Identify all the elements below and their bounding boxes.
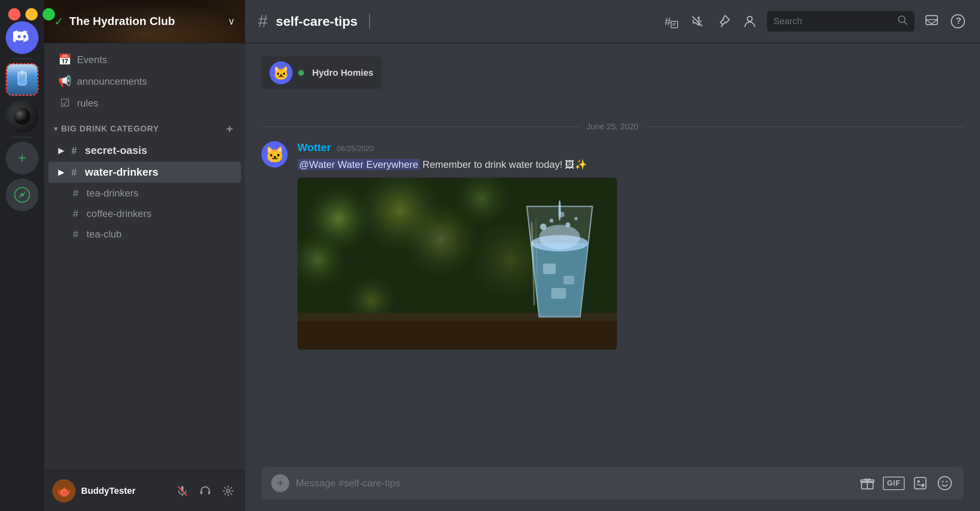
- chat-area: 🐱 Hydro Homies June 25, 2020 🐱 Wotter: [245, 43, 980, 459]
- hash-icon: #: [71, 145, 77, 156]
- maximize-button[interactable]: [43, 8, 55, 20]
- message-username[interactable]: Wotter: [297, 141, 331, 154]
- server-header[interactable]: ✓ The Hydration Club ∨: [44, 0, 245, 43]
- svg-text:?: ?: [956, 16, 961, 26]
- message-input-field[interactable]: [296, 477, 852, 489]
- main-content: # self-care-tips # #: [245, 0, 980, 511]
- channel-expand-arrow: ▶: [58, 146, 64, 155]
- svg-point-5: [14, 108, 30, 124]
- svg-rect-48: [543, 264, 556, 274]
- svg-rect-54: [914, 477, 926, 489]
- server-icon-hydration-club[interactable]: [6, 63, 39, 96]
- channel-label-announcements: announcements: [77, 76, 147, 87]
- svg-point-21: [747, 16, 752, 21]
- category-label: BIG DRINK CATEGORY: [61, 124, 159, 133]
- svg-rect-1: [18, 79, 26, 85]
- svg-point-44: [549, 219, 554, 223]
- add-server-button[interactable]: +: [6, 142, 39, 174]
- channel-title: self-care-tips: [276, 14, 357, 29]
- svg-point-57: [942, 481, 944, 482]
- server-divider-2: [12, 137, 32, 138]
- topic-avatar: 🐱: [270, 61, 293, 84]
- help-icon[interactable]: ?: [949, 12, 967, 30]
- server-icon-dark-sphere[interactable]: [6, 100, 39, 133]
- search-placeholder: Search: [774, 16, 893, 27]
- svg-point-58: [946, 481, 948, 482]
- mention-tag[interactable]: @Water Water Everywhere: [297, 159, 420, 170]
- gif-button[interactable]: GIF: [883, 477, 905, 490]
- channel-item-secret-oasis[interactable]: ▶ # secret-oasis: [48, 140, 241, 161]
- threads-icon[interactable]: # #: [662, 12, 680, 30]
- user-controls: [174, 482, 237, 500]
- hash-icon-4: #: [73, 208, 78, 219]
- svg-rect-13: [200, 491, 202, 494]
- svg-text:#: #: [665, 15, 671, 28]
- search-bar[interactable]: Search: [767, 11, 914, 32]
- svg-text:🐱: 🐱: [273, 66, 289, 81]
- message-text: @Water Water Everywhere Remember to drin…: [297, 157, 964, 172]
- gift-button[interactable]: [858, 474, 876, 492]
- message-timestamp: 06/25/2020: [337, 145, 374, 153]
- online-status-dot: [298, 70, 304, 76]
- members-icon[interactable]: [741, 12, 759, 30]
- channel-label-water-drinkers: water-drinkers: [85, 166, 158, 179]
- message-header: Wotter 06/25/2020: [297, 141, 964, 154]
- svg-point-7: [20, 193, 24, 197]
- inbox-icon[interactable]: [923, 12, 941, 30]
- svg-rect-50: [551, 288, 566, 298]
- category-collapse-icon: ▾: [54, 125, 58, 133]
- message-input-area: + GIF: [245, 459, 980, 511]
- message-image: [297, 178, 617, 350]
- close-button[interactable]: [8, 8, 20, 20]
- message-content: Wotter 06/25/2020 @Water Water Everywher…: [297, 141, 964, 350]
- channel-hash-icon: #: [258, 11, 268, 31]
- message-avatar[interactable]: 🐱: [261, 141, 288, 167]
- pin-icon[interactable]: [715, 12, 733, 30]
- channel-sidebar: ✓ The Hydration Club ∨ 📅 Events 📢 announ…: [44, 0, 245, 511]
- hash-icon-5: #: [73, 228, 78, 240]
- channel-item-rules[interactable]: ☑ rules: [48, 93, 241, 113]
- svg-point-46: [574, 217, 578, 220]
- svg-point-45: [565, 222, 570, 227]
- settings-button[interactable]: [220, 482, 237, 500]
- category-add-button[interactable]: ＋: [224, 122, 235, 136]
- events-icon: 📅: [58, 53, 71, 66]
- emoji-button[interactable]: [936, 474, 954, 492]
- channel-label-events: Events: [77, 54, 107, 66]
- channel-item-tea-club[interactable]: # tea-club: [48, 224, 241, 244]
- announcements-icon: 📢: [58, 75, 71, 88]
- mute-channel-icon[interactable]: [688, 12, 706, 30]
- explore-button[interactable]: [6, 179, 39, 211]
- channel-label-tea-club: tea-club: [86, 228, 121, 240]
- input-add-button[interactable]: +: [271, 474, 289, 492]
- channel-item-water-drinkers[interactable]: ▶ # water-drinkers: [48, 162, 241, 183]
- channel-item-tea-drinkers[interactable]: # tea-drinkers: [48, 183, 241, 203]
- sticker-button[interactable]: [911, 474, 929, 492]
- server-sidebar: +: [0, 0, 44, 511]
- channel-item-announcements[interactable]: 📢 announcements: [48, 71, 241, 92]
- minimize-button[interactable]: [25, 8, 38, 20]
- channel-header: # self-care-tips # #: [245, 0, 980, 43]
- channel-item-coffee-drinkers[interactable]: # coffee-drinkers: [48, 204, 241, 224]
- headset-button[interactable]: [197, 482, 214, 500]
- channel-expand-arrow-2: ▶: [58, 168, 64, 177]
- topic-name: Hydro Homies: [312, 68, 373, 78]
- hash-icon-3: #: [73, 188, 78, 199]
- message-group: 🐱 Wotter 06/25/2020 @Water Water Everywh…: [261, 141, 964, 350]
- user-info: BuddyTester: [81, 486, 168, 496]
- header-divider: [369, 14, 370, 29]
- user-avatar: 🫖: [52, 479, 75, 502]
- channel-item-events[interactable]: 📅 Events: [48, 49, 241, 70]
- svg-text:🐱: 🐱: [265, 145, 285, 164]
- channel-label-secret-oasis: secret-oasis: [85, 144, 147, 157]
- server-divider: [12, 58, 32, 59]
- date-label: June 25, 2020: [587, 122, 639, 131]
- search-icon: [897, 15, 908, 28]
- channel-label-tea-drinkers: tea-drinkers: [86, 188, 138, 199]
- svg-text:#: #: [672, 21, 676, 27]
- category-header-big-drink[interactable]: ▾ BIG DRINK CATEGORY ＋: [44, 114, 245, 139]
- mute-button[interactable]: [174, 482, 191, 500]
- svg-line-23: [904, 22, 907, 25]
- svg-point-43: [540, 224, 547, 230]
- svg-rect-14: [208, 491, 210, 494]
